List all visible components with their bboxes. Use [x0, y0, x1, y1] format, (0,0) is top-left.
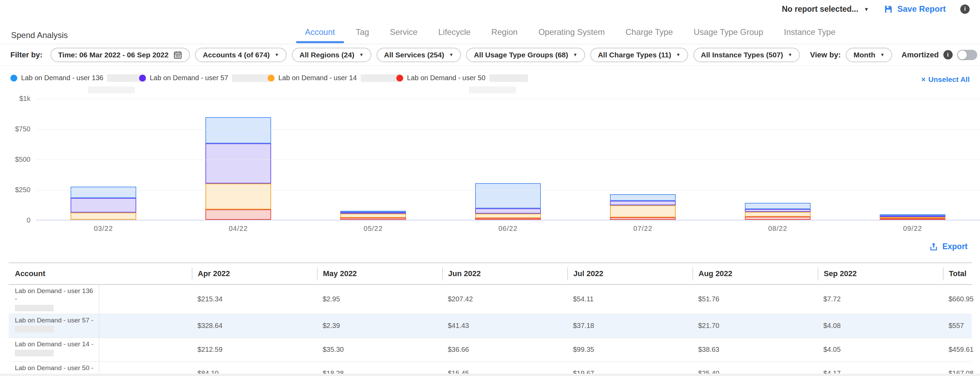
column-header-label: Aug 2022: [693, 268, 818, 280]
legend-item-1[interactable]: Lab on Demand - user 57: [139, 74, 268, 82]
bar-slot-07-22: [576, 99, 710, 220]
bottom-edge-strip: [0, 374, 980, 376]
bar-segment: [205, 143, 271, 184]
export-button[interactable]: Export: [929, 242, 967, 251]
redacted-account-id: [489, 74, 528, 82]
x-tick-label: 04/22: [171, 225, 306, 233]
bar-segment: [745, 217, 811, 220]
column-header-label: Sep 2022: [818, 268, 943, 280]
value-cell: $459.61: [943, 338, 972, 362]
tab-usage-type-group[interactable]: Usage Type Group: [683, 20, 773, 44]
bar-segment: [475, 183, 541, 208]
value-cell: $38.63: [693, 338, 818, 362]
stacked-bar-03-22[interactable]: [70, 187, 136, 220]
y-tick-label: 0: [0, 216, 30, 224]
tab-charge-type[interactable]: Charge Type: [615, 20, 683, 44]
bar-segment: [70, 187, 136, 198]
table-row[interactable]: Lab on Demand - user 136 -$215.34$2.95$2…: [9, 285, 972, 314]
save-report-button[interactable]: Save Report: [883, 4, 946, 14]
account-name: Lab on Demand - user 14 -: [15, 340, 96, 348]
x-axis-labels: 03/2204/2205/2206/2207/2208/2209/22: [36, 225, 980, 233]
column-header-Aug 2022: Aug 2022: [693, 263, 818, 285]
stacked-bar-06-22[interactable]: [475, 183, 541, 220]
tab-operating-system[interactable]: Operating System: [528, 20, 615, 44]
legend-item-2[interactable]: Lab on Demand - user 14: [268, 74, 396, 82]
filter-pill-all-services-254-[interactable]: All Services (254)▼: [377, 48, 461, 62]
filter-pill-accounts-4-of-674-[interactable]: Accounts 4 (of 674)▼: [195, 48, 287, 62]
value-cell: $2.39: [317, 314, 442, 338]
bar-slot-08-22: [710, 99, 845, 220]
filter-pill-all-instance-types-507-[interactable]: All Instance Types (507)▼: [693, 48, 800, 62]
gridline: [36, 190, 980, 190]
view-by-value: Month: [853, 51, 875, 59]
filter-pill-all-charge-types-11-[interactable]: All Charge Types (11)▼: [590, 48, 688, 62]
table-row[interactable]: Lab on Demand - user 57 -$328.64$2.39$41…: [9, 314, 972, 338]
column-header-spacer: [99, 263, 192, 285]
value-cell: $4.08: [818, 314, 943, 338]
column-header-Jun 2022: Jun 2022: [442, 263, 568, 285]
bar-segment: [340, 218, 406, 220]
amortized-toggle[interactable]: [957, 50, 977, 60]
x-tick-label: 06/22: [441, 225, 576, 233]
header-band: Spend Analysis AccountTagServiceLifecycl…: [0, 20, 980, 44]
legend-dot-icon: [10, 75, 17, 82]
gridline: [36, 129, 980, 130]
bar-segment: [475, 218, 541, 220]
y-tick-label: $1k: [0, 95, 30, 103]
column-header-Jul 2022: Jul 2022: [568, 263, 693, 285]
bar-segment: [610, 205, 676, 217]
value-cell: $660.95: [943, 285, 972, 314]
bar-segment: [745, 203, 811, 209]
column-header-Account: Account: [9, 263, 99, 285]
tab-instance-type[interactable]: Instance Type: [773, 20, 846, 44]
tab-tag[interactable]: Tag: [345, 20, 380, 44]
redacted-account-id: [15, 326, 54, 332]
bar-segment: [610, 201, 676, 205]
tab-region[interactable]: Region: [481, 20, 528, 44]
stacked-bar-08-22[interactable]: [745, 203, 811, 220]
bar-segment: [745, 209, 811, 212]
column-header-label: Apr 2022: [192, 268, 317, 280]
stacked-bar-05-22[interactable]: [340, 211, 406, 220]
time-range-pill[interactable]: Time: 06 Mar 2022 - 06 Sep 2022: [51, 48, 190, 62]
filter-pill-label: All Usage Type Groups (68): [474, 51, 568, 59]
stacked-bar-07-22[interactable]: [610, 194, 676, 220]
legend-items: Lab on Demand - user 136Lab on Demand - …: [10, 74, 970, 82]
value-cell: [99, 338, 192, 362]
chevron-down-icon: ▼: [573, 52, 578, 57]
bar-segment: [70, 198, 136, 213]
legend-item-3[interactable]: Lab on Demand - user 50: [396, 74, 525, 82]
save-icon: [883, 5, 893, 14]
report-selector-dropdown[interactable]: No report selected... ▼: [782, 5, 869, 14]
bar-segment: [610, 194, 676, 201]
column-header-label: Jul 2022: [568, 268, 693, 280]
y-tick-label: $250: [0, 186, 30, 194]
filter-pill-all-regions-24-[interactable]: All Regions (24)▼: [292, 48, 371, 62]
amortized-info-icon[interactable]: i: [943, 50, 953, 59]
info-icon[interactable]: i: [960, 5, 970, 14]
x-tick-label: 08/22: [710, 225, 845, 233]
bar-segment: [205, 184, 271, 209]
tab-lifecycle[interactable]: Lifecycle: [428, 20, 480, 44]
stacked-bar-09-22[interactable]: [880, 214, 945, 220]
spend-table-wrap: AccountApr 2022May 2022Jun 2022Jul 2022A…: [9, 263, 972, 376]
filter-pill-label: Accounts 4 (of 674): [203, 51, 270, 59]
table-row[interactable]: Lab on Demand - user 14 -$212.59$35.30$3…: [9, 338, 972, 362]
tab-account[interactable]: Account: [294, 20, 345, 44]
unselect-all-button[interactable]: × Unselect All: [921, 75, 970, 84]
tab-service[interactable]: Service: [379, 20, 428, 44]
value-cell: $557: [943, 314, 972, 338]
stacked-bar-04-22[interactable]: [205, 117, 271, 220]
bar-slot-06-22: [441, 99, 576, 220]
legend-item-0[interactable]: Lab on Demand - user 136: [10, 74, 139, 82]
value-cell: $51.76: [693, 285, 818, 314]
chevron-down-icon: ▼: [676, 52, 681, 57]
bar-segment: [475, 208, 541, 214]
x-tick-label: 05/22: [306, 225, 441, 233]
bar-slot-09-22: [845, 99, 980, 220]
time-range-label: Time: 06 Mar 2022 - 06 Sep 2022: [58, 51, 169, 59]
view-by-dropdown[interactable]: Month ▼: [846, 48, 892, 62]
filter-pill-all-usage-type-groups-68-[interactable]: All Usage Type Groups (68)▼: [466, 48, 585, 62]
redacted-account-id-line2: [469, 86, 516, 93]
legend-dot-icon: [396, 75, 403, 82]
